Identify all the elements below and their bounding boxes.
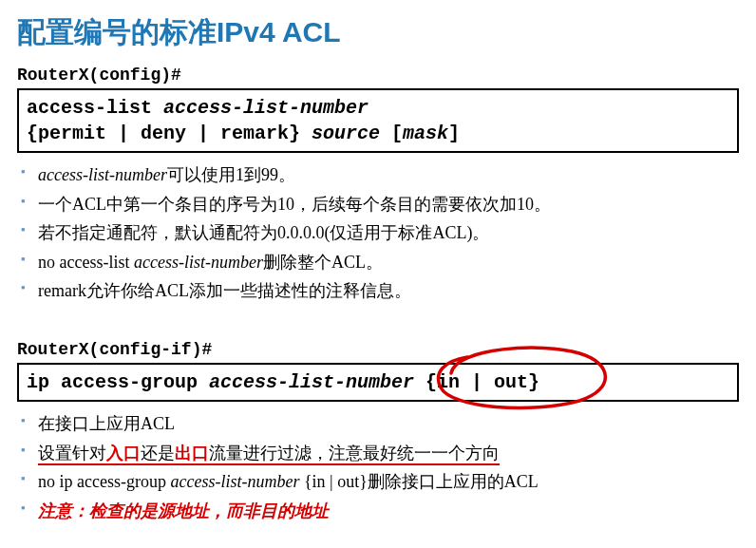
list-item: 若不指定通配符，默认通配符为0.0.0.0(仅适用于标准ACL)。 (17, 218, 739, 248)
page-title: 配置编号的标准IPv4 ACL (17, 13, 739, 52)
syntax-keyword: ] (448, 123, 460, 144)
list-item: 在接口上应用ACL (17, 409, 739, 439)
syntax-keyword: {in | out} (414, 371, 539, 393)
italic-arg: access-list-number (38, 165, 167, 184)
config-prompt-1: RouterX(config)# (17, 66, 739, 85)
syntax-arg: mask (403, 123, 448, 144)
underlined-text: 设置针对入口还是出口流量进行过滤，注意最好统一一个方向 (38, 444, 500, 465)
notes-list-2: 在接口上应用ACL 设置针对入口还是出口流量进行过滤，注意最好统一一个方向 no… (17, 409, 739, 525)
syntax-arg: access-list-number (209, 371, 414, 393)
list-item: 一个ACL中第一个条目的序号为10，后续每个条目的需要依次加10。 (17, 190, 739, 219)
list-item: access-list-number可以使用1到99。 (17, 161, 739, 190)
list-item: remark允许你给ACL添加一些描述性的注释信息。 (17, 276, 739, 306)
warning-text: 注意：检查的是源地址，而非目的地址 (38, 501, 329, 520)
text: no access-list (38, 253, 134, 272)
syntax-keyword: access-list (27, 97, 163, 119)
italic-arg: access-list-number (170, 472, 303, 491)
text: no ip access-group (38, 472, 170, 491)
text: 还是 (141, 444, 175, 463)
syntax-box-2: ip access-group access-list-number {in |… (17, 363, 739, 402)
text: 流量进行过滤，注意最好统一一个方向 (209, 444, 500, 463)
syntax-keyword: [ (380, 123, 403, 144)
syntax-arg: source (312, 123, 380, 144)
syntax-keyword: {permit | deny | remark} (27, 123, 312, 144)
italic-arg: access-list-number (134, 253, 263, 272)
config-prompt-2: RouterX(config-if)# (17, 340, 739, 359)
syntax-arg: access-list-number (163, 97, 369, 119)
text: 可以使用1到99。 (167, 165, 295, 184)
list-item: no ip access-group access-list-number {i… (17, 467, 739, 497)
text: 设置针对 (38, 444, 106, 463)
red-text: 入口 (106, 444, 141, 463)
red-text: 出口 (175, 444, 209, 463)
list-item: 注意：检查的是源地址，而非目的地址 (17, 497, 739, 526)
text: 删除整个ACL。 (263, 253, 383, 272)
text: {in | out}删除接口上应用的ACL (304, 472, 539, 491)
syntax-box-1: access-list access-list-number {permit |… (17, 88, 739, 153)
list-item: no access-list access-list-number删除整个ACL… (17, 248, 739, 277)
syntax-keyword: ip access-group (27, 371, 209, 393)
list-item: 设置针对入口还是出口流量进行过滤，注意最好统一一个方向 (17, 439, 739, 468)
notes-list-1: access-list-number可以使用1到99。 一个ACL中第一个条目的… (17, 161, 739, 306)
